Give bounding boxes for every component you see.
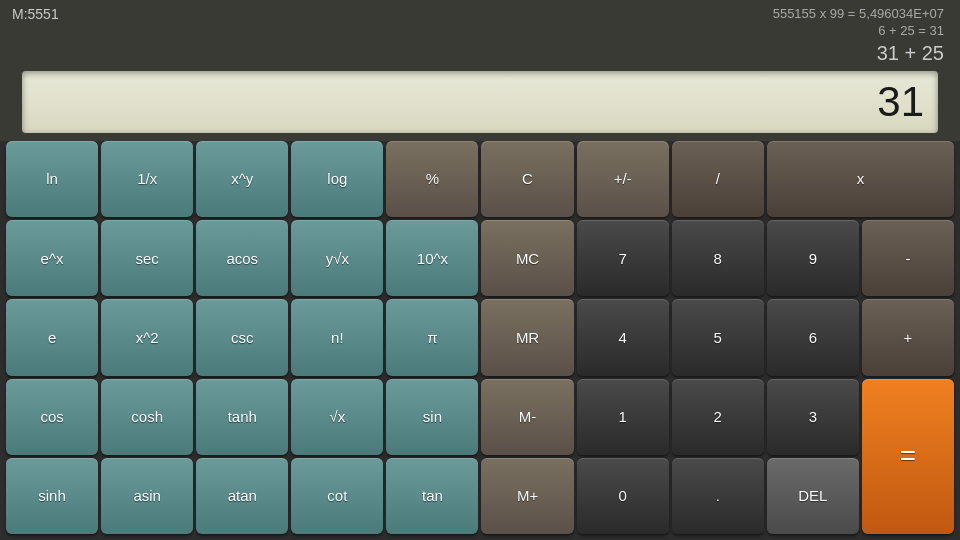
asin-button[interactable]: asin xyxy=(101,458,193,534)
ln-button[interactable]: ln xyxy=(6,141,98,217)
minus-button[interactable]: - xyxy=(862,220,954,296)
pi-button[interactable]: π xyxy=(386,299,478,375)
reciprocal-button[interactable]: 1/x xyxy=(101,141,193,217)
six-button[interactable]: 6 xyxy=(767,299,859,375)
tenpowx-button[interactable]: 10^x xyxy=(386,220,478,296)
yroot-button[interactable]: y√x xyxy=(291,220,383,296)
xpowy-button[interactable]: x^y xyxy=(196,141,288,217)
main-display: 31 xyxy=(22,71,938,133)
two-button[interactable]: 2 xyxy=(672,379,764,455)
del-button[interactable]: DEL xyxy=(767,458,859,534)
tanh-button[interactable]: tanh xyxy=(196,379,288,455)
eight-button[interactable]: 8 xyxy=(672,220,764,296)
button-grid: ln 1/x x^y log % C +/- / x e^x sec acos … xyxy=(0,141,960,540)
percent-button[interactable]: % xyxy=(386,141,478,217)
tan-button[interactable]: tan xyxy=(386,458,478,534)
history-line-1: 555155 x 99 = 5,496034E+07 xyxy=(12,6,944,23)
nine-button[interactable]: 9 xyxy=(767,220,859,296)
calculator: M:5551 555155 x 99 = 5,496034E+07 6 + 25… xyxy=(0,0,960,540)
sec-button[interactable]: sec xyxy=(101,220,193,296)
zero-button[interactable]: 0 xyxy=(577,458,669,534)
multiply-button[interactable]: x xyxy=(767,141,954,217)
xsq-button[interactable]: x^2 xyxy=(101,299,193,375)
display-value: 31 xyxy=(877,78,924,126)
acos-button[interactable]: acos xyxy=(196,220,288,296)
mr-button[interactable]: MR xyxy=(481,299,573,375)
sqrt-button[interactable]: √x xyxy=(291,379,383,455)
log-button[interactable]: log xyxy=(291,141,383,217)
seven-button[interactable]: 7 xyxy=(577,220,669,296)
mc-button[interactable]: MC xyxy=(481,220,573,296)
factorial-button[interactable]: n! xyxy=(291,299,383,375)
sin-button[interactable]: sin xyxy=(386,379,478,455)
plus-button[interactable]: + xyxy=(862,299,954,375)
negate-button[interactable]: +/- xyxy=(577,141,669,217)
decimal-button[interactable]: . xyxy=(672,458,764,534)
three-button[interactable]: 3 xyxy=(767,379,859,455)
clear-button[interactable]: C xyxy=(481,141,573,217)
expression-line: 31 + 25 xyxy=(12,42,948,65)
mplus-button[interactable]: M+ xyxy=(481,458,573,534)
sinh-button[interactable]: sinh xyxy=(6,458,98,534)
cot-button[interactable]: cot xyxy=(291,458,383,534)
divide-button[interactable]: / xyxy=(672,141,764,217)
atan-button[interactable]: atan xyxy=(196,458,288,534)
cosh-button[interactable]: cosh xyxy=(101,379,193,455)
one-button[interactable]: 1 xyxy=(577,379,669,455)
equals-button[interactable]: = xyxy=(862,379,954,535)
history-line-2: 6 + 25 = 31 xyxy=(12,23,944,40)
display-area: M:5551 555155 x 99 = 5,496034E+07 6 + 25… xyxy=(0,0,960,141)
memory-indicator: M:5551 xyxy=(12,6,59,22)
epowx-button[interactable]: e^x xyxy=(6,220,98,296)
mminus-button[interactable]: M- xyxy=(481,379,573,455)
four-button[interactable]: 4 xyxy=(577,299,669,375)
csc-button[interactable]: csc xyxy=(196,299,288,375)
cos-button[interactable]: cos xyxy=(6,379,98,455)
history-area: 555155 x 99 = 5,496034E+07 6 + 25 = 31 xyxy=(12,6,948,40)
e-button[interactable]: e xyxy=(6,299,98,375)
five-button[interactable]: 5 xyxy=(672,299,764,375)
